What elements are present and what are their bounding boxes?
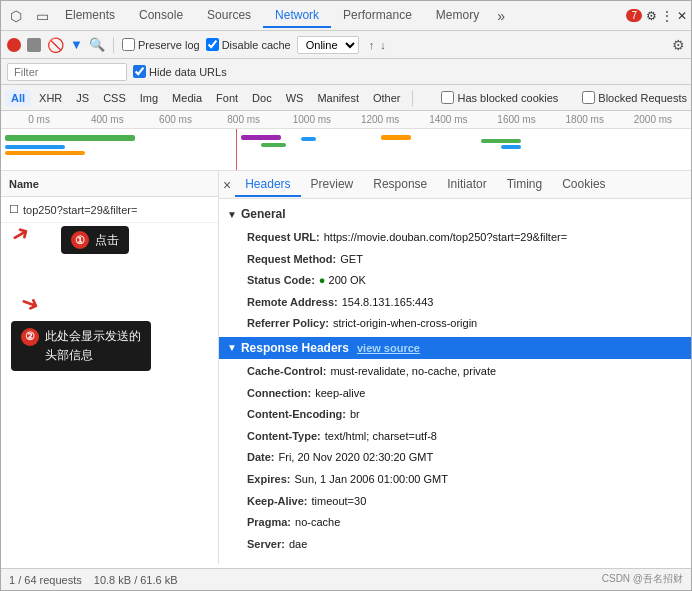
- settings-icon[interactable]: ⚙: [646, 9, 657, 23]
- resp-header-server: Server: dae: [239, 534, 691, 556]
- general-section-header[interactable]: ▼ General: [219, 203, 691, 225]
- blocked-requests-checkbox[interactable]: [582, 91, 595, 104]
- type-js-button[interactable]: JS: [70, 90, 95, 106]
- transfer-size: 10.8 kB / 61.6 kB: [94, 574, 178, 586]
- timeline-bar-6: [301, 137, 316, 141]
- step1-text: 点击: [95, 232, 119, 249]
- type-other-button[interactable]: Other: [367, 90, 407, 106]
- timeline-bar-7: [381, 135, 411, 140]
- more-options-icon[interactable]: ⋮: [661, 9, 673, 23]
- import-icon[interactable]: ↑: [369, 39, 375, 51]
- devtools-window: ⬡ ▭ Elements Console Sources Network Per…: [0, 0, 692, 591]
- response-headers-triangle: ▼: [227, 342, 237, 353]
- headers-tab-preview[interactable]: Preview: [301, 173, 364, 197]
- stop-button[interactable]: [27, 38, 41, 52]
- header-row-remote: Remote Address: 154.8.131.165:443: [239, 292, 691, 314]
- more-tabs-icon[interactable]: »: [491, 4, 511, 28]
- timeline-bar-1: [5, 135, 135, 141]
- clear-button[interactable]: 🚫: [47, 37, 64, 53]
- error-badge: 7: [626, 9, 642, 22]
- has-blocked-cookies-label[interactable]: Has blocked cookies: [441, 91, 558, 104]
- has-blocked-cookies-checkbox[interactable]: [441, 91, 454, 104]
- hide-data-urls-label[interactable]: Hide data URLs: [133, 65, 227, 78]
- type-ws-button[interactable]: WS: [280, 90, 310, 106]
- close-panel-icon[interactable]: ×: [223, 177, 231, 193]
- view-source-link[interactable]: view source: [357, 342, 420, 354]
- preserve-log-checkbox[interactable]: [122, 38, 135, 51]
- headers-panel[interactable]: × Headers Preview Response Initiator Tim…: [219, 171, 691, 564]
- headers-tab-timing[interactable]: Timing: [497, 173, 553, 197]
- disable-cache-checkbox[interactable]: [206, 38, 219, 51]
- resp-header-cache-control: Cache-Control: must-revalidate, no-cache…: [239, 361, 691, 383]
- tab-sources[interactable]: Sources: [195, 4, 263, 28]
- tab-performance[interactable]: Performance: [331, 4, 424, 28]
- timeline-area[interactable]: 0 ms 400 ms 600 ms 800 ms 1000 ms 1200 m…: [1, 111, 691, 171]
- type-media-button[interactable]: Media: [166, 90, 208, 106]
- annotation-step2: ② 此处会显示发送的头部信息: [11, 321, 151, 371]
- response-headers-label: Response Headers: [241, 341, 349, 355]
- type-manifest-button[interactable]: Manifest: [311, 90, 365, 106]
- type-img-button[interactable]: Img: [134, 90, 164, 106]
- export-icon[interactable]: ↓: [380, 39, 386, 51]
- type-font-button[interactable]: Font: [210, 90, 244, 106]
- filter-bar: Hide data URLs: [1, 59, 691, 85]
- step2-circle: ②: [21, 328, 39, 346]
- general-section-label: General: [241, 207, 286, 221]
- list-item[interactable]: ☐ top250?start=29&filter=: [1, 197, 218, 223]
- network-toolbar: 🚫 ▼ 🔍 Preserve log Disable cache Online …: [1, 31, 691, 59]
- headers-tab-response[interactable]: Response: [363, 173, 437, 197]
- network-settings-icon[interactable]: ⚙: [672, 37, 685, 53]
- disable-cache-label[interactable]: Disable cache: [206, 38, 291, 51]
- watermark: CSDN @吾名招财: [602, 572, 683, 586]
- resp-header-expires: Expires: Sun, 1 Jan 2006 01:00:00 GMT: [239, 469, 691, 491]
- general-section-body: Request URL: https://movie.douban.com/to…: [219, 225, 691, 337]
- close-devtools-icon[interactable]: ✕: [677, 9, 687, 23]
- filter-icon[interactable]: ▼: [70, 37, 83, 52]
- response-headers-body: Cache-Control: must-revalidate, no-cache…: [219, 359, 691, 557]
- request-count: 1 / 64 requests: [9, 574, 82, 586]
- headers-tab-initiator[interactable]: Initiator: [437, 173, 496, 197]
- headers-tab-headers[interactable]: Headers: [235, 173, 300, 197]
- type-filter-bar: All XHR JS CSS Img Media Font Doc WS Man…: [1, 85, 691, 111]
- step1-circle: ①: [71, 231, 89, 249]
- throttle-select[interactable]: Online: [297, 36, 359, 54]
- tab-elements[interactable]: Elements: [53, 4, 127, 28]
- ruler-800ms: 800 ms: [210, 114, 278, 125]
- blocked-requests-label[interactable]: Blocked Requests: [582, 91, 687, 104]
- type-xhr-button[interactable]: XHR: [33, 90, 68, 106]
- headers-tab-cookies[interactable]: Cookies: [552, 173, 615, 197]
- tab-network[interactable]: Network: [263, 4, 331, 28]
- ruler-400ms: 400 ms: [73, 114, 141, 125]
- filter-input[interactable]: [7, 63, 127, 81]
- resp-header-date: Date: Fri, 20 Nov 2020 02:30:20 GMT: [239, 447, 691, 469]
- timeline-bar-8: [481, 139, 521, 143]
- headers-tab-bar: × Headers Preview Response Initiator Tim…: [219, 171, 691, 199]
- type-all-button[interactable]: All: [5, 90, 31, 106]
- timeline-bars: [1, 129, 691, 171]
- general-triangle-icon: ▼: [227, 209, 237, 220]
- arrow-icon-2: ➜: [17, 289, 43, 320]
- tab-console[interactable]: Console: [127, 4, 195, 28]
- ruler-0ms: 0 ms: [5, 114, 73, 125]
- resp-header-keep-alive: Keep-Alive: timeout=30: [239, 491, 691, 513]
- hide-data-urls-checkbox[interactable]: [133, 65, 146, 78]
- search-icon[interactable]: 🔍: [89, 37, 105, 52]
- type-css-button[interactable]: CSS: [97, 90, 132, 106]
- device-icon[interactable]: ▭: [31, 5, 53, 27]
- response-headers-section-header[interactable]: ▼ Response Headers view source: [219, 337, 691, 359]
- ruler-2000ms: 2000 ms: [619, 114, 687, 125]
- main-area: Name ☐ top250?start=29&filter= ➜ ① 点击 ➜: [1, 171, 691, 564]
- type-filter-divider: [412, 90, 413, 106]
- file-icon: ☐: [9, 203, 19, 216]
- timeline-bar-3: [5, 151, 85, 155]
- ruler-1800ms: 1800 ms: [551, 114, 619, 125]
- timeline-bar-4: [241, 135, 281, 140]
- header-row-method: Request Method: GET: [239, 249, 691, 271]
- timeline-bar-5: [261, 143, 286, 147]
- preserve-log-label[interactable]: Preserve log: [122, 38, 200, 51]
- record-button[interactable]: [7, 38, 21, 52]
- tab-memory[interactable]: Memory: [424, 4, 491, 28]
- type-doc-button[interactable]: Doc: [246, 90, 278, 106]
- inspect-icon[interactable]: ⬡: [5, 5, 27, 27]
- timeline-bar-2: [5, 145, 65, 149]
